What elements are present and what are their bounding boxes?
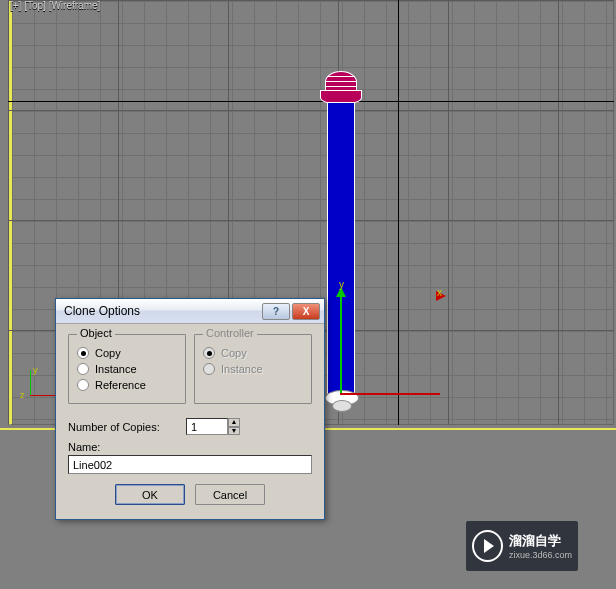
radio-reference-label: Reference [95,379,146,391]
dialog-body: Object Copy Instance Reference Controlle… [56,324,324,519]
radio-instance-label: Instance [95,363,137,375]
play-icon [472,530,503,562]
radio-ctrl-instance-label: Instance [221,363,263,375]
radio-instance[interactable]: Instance [77,363,177,375]
lamp-head[interactable] [320,71,362,105]
gizmo-y-axis[interactable] [340,295,342,395]
radio-ctrl-copy: Copy [203,347,303,359]
gizmo-x-axis[interactable] [340,393,440,395]
dialog-buttons: OK Cancel [68,484,312,505]
cancel-button[interactable]: Cancel [195,484,265,505]
lamp-base-inner [332,400,352,412]
spinner-down-icon[interactable]: ▼ [228,427,240,436]
name-block: Name: [68,441,312,474]
ok-button[interactable]: OK [115,484,185,505]
radio-ctrl-instance: Instance [203,363,303,375]
radio-icon[interactable] [77,379,89,391]
help-button[interactable]: ? [262,303,290,320]
radio-ctrl-copy-label: Copy [221,347,247,359]
radio-icon [203,363,215,375]
radio-icon [203,347,215,359]
mini-y-label: y [33,365,38,375]
badge-url: zixue.3d66.com [509,550,572,560]
radio-copy-label: Copy [95,347,121,359]
name-input[interactable] [68,455,312,474]
radio-reference[interactable]: Reference [77,379,177,391]
name-label: Name: [68,441,312,453]
radio-icon[interactable] [77,347,89,359]
viewport-label-top[interactable]: [+] [Top] [Wireframe] [10,0,100,11]
radio-copy[interactable]: Copy [77,347,177,359]
object-legend: Object [77,327,115,339]
radio-icon[interactable] [77,363,89,375]
axis-horizontal [8,101,614,102]
controller-group: Controller Copy Instance [194,334,312,404]
controller-legend: Controller [203,327,257,339]
badge-title: 溜溜自学 [509,532,572,550]
clone-options-dialog: Clone Options ? X Object Copy Instance R… [55,298,325,520]
axis-vertical [398,0,399,425]
copies-row: Number of Copies: ▲ ▼ [68,418,312,435]
object-group: Object Copy Instance Reference [68,334,186,404]
mini-z-label: z [20,390,25,400]
close-button[interactable]: X [292,303,320,320]
watermark-badge: 溜溜自学 zixue.3d66.com [466,521,578,571]
copies-spinner[interactable]: ▲ ▼ [186,418,240,435]
spinner-up-icon[interactable]: ▲ [228,418,240,427]
dialog-titlebar[interactable]: Clone Options ? X [56,299,324,324]
copies-input[interactable] [186,418,228,435]
gizmo-y-label: y [339,279,344,290]
gizmo-x-label: x [437,287,442,298]
copies-label: Number of Copies: [68,421,178,433]
dialog-title: Clone Options [60,304,260,318]
